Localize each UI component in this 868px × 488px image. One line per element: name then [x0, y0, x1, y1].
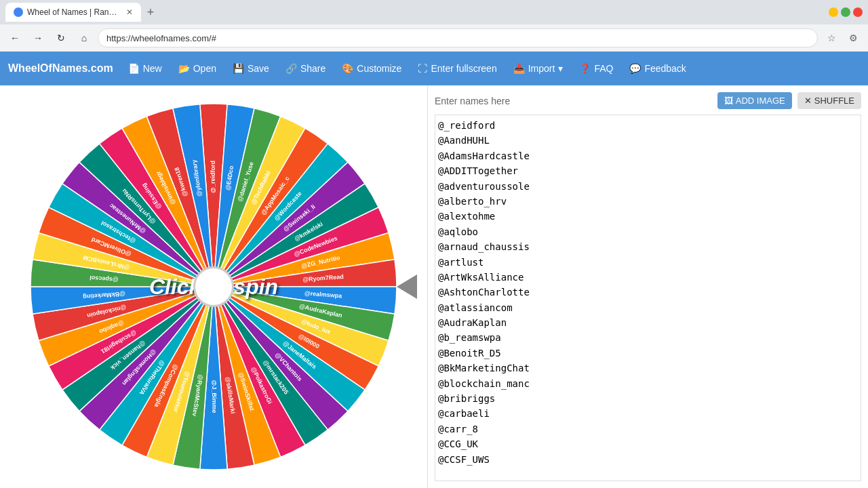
nav-feedback[interactable]: 💬 Feedback: [623, 59, 692, 78]
address-bar[interactable]: https://wheelofnames.com/#: [98, 28, 818, 47]
add-image-label: ADD IMAGE: [736, 96, 785, 106]
nav-open-label: Open: [193, 63, 216, 74]
names-label: Enter names here: [435, 96, 712, 106]
close-button[interactable]: [853, 7, 863, 17]
wheel-pointer: [397, 274, 417, 299]
bookmark-button[interactable]: ☆: [822, 28, 841, 47]
shuffle-label: SHUFFLE: [814, 96, 854, 106]
shuffle-button[interactable]: ✕ SHUFFLE: [797, 92, 861, 109]
nav-faq-label: FAQ: [594, 63, 613, 74]
url-text: https://wheelofnames.com/#: [106, 33, 809, 43]
nav-fullscreen[interactable]: ⛶ Enter fullscreen: [411, 59, 503, 78]
fullscreen-icon: ⛶: [418, 63, 427, 74]
nav-faq[interactable]: ❓ FAQ: [572, 59, 620, 78]
app-container: WheelOfNames.com 📄 New 📂 Open 💾 Save 🔗 S…: [0, 52, 868, 488]
nav-share[interactable]: 🔗 Share: [279, 59, 332, 78]
minimize-button[interactable]: [829, 7, 838, 17]
extensions-button[interactable]: ⚙: [844, 28, 863, 47]
open-icon: 📂: [178, 63, 190, 74]
app-nav: WheelOfNames.com 📄 New 📂 Open 💾 Save 🔗 S…: [0, 52, 868, 85]
home-button[interactable]: ⌂: [75, 28, 94, 47]
wheel-center: [193, 266, 234, 307]
import-icon: 📥: [513, 63, 525, 74]
faq-icon: ❓: [579, 63, 591, 74]
browser-actions: ☆ ⚙: [822, 28, 863, 47]
tab-close-button[interactable]: ✕: [126, 7, 133, 17]
customize-icon: 🎨: [342, 63, 353, 74]
nav-customize[interactable]: 🎨 Customize: [335, 59, 408, 78]
names-textarea[interactable]: [435, 115, 861, 481]
nav-open[interactable]: 📂 Open: [172, 59, 223, 78]
nav-save[interactable]: 💾 Save: [226, 59, 276, 78]
svg-text:@_reidford: @_reidford: [210, 161, 216, 193]
names-header: Enter names here 🖼 ADD IMAGE ✕ SHUFFLE: [435, 92, 861, 109]
nav-feedback-label: Feedback: [644, 63, 686, 74]
nav-import-label: Import: [528, 63, 555, 74]
reload-button[interactable]: ↻: [52, 28, 71, 47]
maximize-button[interactable]: [841, 7, 850, 17]
share-icon: 🔗: [285, 63, 297, 74]
forward-button[interactable]: →: [28, 28, 47, 47]
add-image-button[interactable]: 🖼 ADD IMAGE: [717, 92, 792, 109]
image-icon: 🖼: [724, 96, 733, 106]
names-panel: Enter names here 🖼 ADD IMAGE ✕ SHUFFLE: [427, 85, 868, 488]
nav-customize-label: Customize: [357, 63, 401, 74]
nav-new[interactable]: 📄 New: [121, 59, 169, 78]
nav-fullscreen-label: Enter fullscreen: [431, 63, 496, 74]
nav-save-label: Save: [248, 63, 269, 74]
app-logo: WheelOfNames.com: [8, 62, 113, 75]
save-icon: 💾: [233, 63, 244, 74]
new-tab-button[interactable]: +: [141, 3, 160, 22]
import-dropdown-icon: ▾: [558, 63, 563, 74]
browser-chrome: Wheel of Names | Random Nam... ✕ + ← → ↻…: [0, 0, 868, 52]
nav-new-label: New: [143, 63, 162, 74]
nav-import[interactable]: 📥 Import ▾: [507, 59, 570, 78]
svg-text:@J_Bimme: @J_Bimme: [211, 380, 218, 413]
wheel-container[interactable]: @_reidford@E4Dco@daniel_Yuse@TechRabbi@A…: [17, 90, 410, 483]
main-content: @_reidford@E4Dco@daniel_Yuse@TechRabbi@A…: [0, 85, 868, 488]
shuffle-icon: ✕: [804, 96, 812, 106]
browser-tab[interactable]: Wheel of Names | Random Nam... ✕: [5, 3, 141, 22]
browser-titlebar: Wheel of Names | Random Nam... ✕ +: [0, 0, 868, 24]
tab-title: Wheel of Names | Random Nam...: [27, 7, 119, 17]
wheel-area[interactable]: @_reidford@E4Dco@daniel_Yuse@TechRabbi@A…: [0, 85, 427, 488]
new-icon: 📄: [128, 63, 140, 74]
nav-share-label: Share: [300, 63, 326, 74]
feedback-icon: 💬: [629, 63, 641, 74]
back-button[interactable]: ←: [5, 28, 24, 47]
browser-controls: ← → ↻ ⌂ https://wheelofnames.com/# ☆ ⚙: [0, 24, 868, 52]
window-controls: [829, 7, 863, 17]
tab-favicon: [14, 7, 23, 17]
